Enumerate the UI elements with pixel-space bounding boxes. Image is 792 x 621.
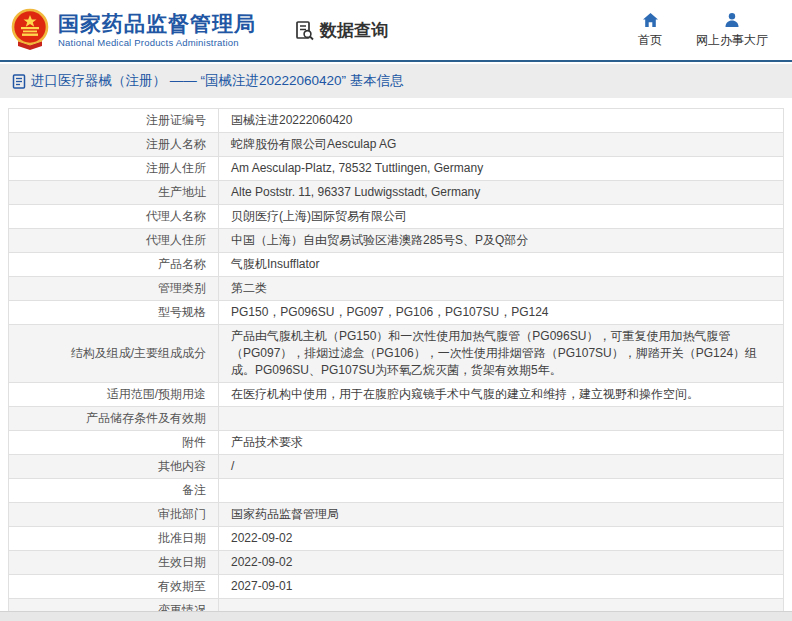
page-footer xyxy=(0,611,792,621)
row-value: 在医疗机构中使用，用于在腹腔内窥镜手术中气腹的建立和维持，建立视野和操作空间。 xyxy=(219,383,784,407)
row-value: Alte Poststr. 11, 96337 Ludwigsstadt, Ge… xyxy=(219,181,784,205)
table-row: 批准日期2022-09-02 xyxy=(9,527,784,551)
table-row: 生效日期2022-09-02 xyxy=(9,551,784,575)
row-label: 生效日期 xyxy=(9,551,219,575)
row-label: 型号规格 xyxy=(9,301,219,325)
row-label: 产品储存条件及有效期 xyxy=(9,407,219,431)
nav-service-hall-label: 网上办事大厅 xyxy=(696,32,768,49)
row-value: 2022-09-02 xyxy=(219,527,784,551)
row-value: Am Aesculap-Platz, 78532 Tuttlingen, Ger… xyxy=(219,157,784,181)
site-title: 国家药品监督管理局 xyxy=(58,12,256,36)
row-label: 其他内容 xyxy=(9,455,219,479)
row-value xyxy=(219,479,784,503)
row-value xyxy=(219,407,784,431)
table-row: 型号规格PG150，PG096SU，PG097，PG106，PG107SU，PG… xyxy=(9,301,784,325)
table-row: 代理人住所中国（上海）自由贸易试验区港澳路285号S、P及Q部分 xyxy=(9,229,784,253)
row-label: 有效期至 xyxy=(9,575,219,599)
table-row: 有效期至2027-09-01 xyxy=(9,575,784,599)
table-row: 管理类别第二类 xyxy=(9,277,784,301)
row-value: / xyxy=(219,455,784,479)
data-query-label: 数据查询 xyxy=(320,19,388,42)
row-label: 审批部门 xyxy=(9,503,219,527)
breadcrumb-text: 进口医疗器械（注册） —— “国械注进20222060420” 基本信息 xyxy=(31,72,404,90)
table-row: 注册人住所Am Aesculap-Platz, 78532 Tuttlingen… xyxy=(9,157,784,181)
table-row: 备注 xyxy=(9,479,784,503)
row-value: 第二类 xyxy=(219,277,784,301)
row-label: 备注 xyxy=(9,479,219,503)
row-value: 产品由气腹机主机（PG150）和一次性使用加热气腹管（PG096SU），可重复使… xyxy=(219,325,784,383)
row-label: 适用范围/预期用途 xyxy=(9,383,219,407)
row-label: 产品名称 xyxy=(9,253,219,277)
header-nav: 首页 网上办事大厅 xyxy=(638,12,782,49)
row-value: 贝朗医疗(上海)国际贸易有限公司 xyxy=(219,205,784,229)
nav-home[interactable]: 首页 xyxy=(638,12,662,49)
row-label: 代理人名称 xyxy=(9,205,219,229)
national-emblem-icon xyxy=(10,8,50,52)
breadcrumb: 进口医疗器械（注册） —— “国械注进20222060420” 基本信息 xyxy=(0,64,792,98)
row-label: 注册证编号 xyxy=(9,109,219,133)
home-icon xyxy=(642,12,659,28)
nmpa-logo[interactable]: 国家药品监督管理局 National Medical Products Admi… xyxy=(10,8,256,52)
row-value: 气腹机Insufflator xyxy=(219,253,784,277)
document-icon xyxy=(12,74,26,89)
table-row: 生产地址Alte Poststr. 11, 96337 Ludwigsstadt… xyxy=(9,181,784,205)
info-table-body: 注册证编号国械注进20222060420注册人名称蛇牌股份有限公司Aescula… xyxy=(9,109,784,621)
table-row: 代理人名称贝朗医疗(上海)国际贸易有限公司 xyxy=(9,205,784,229)
table-row: 注册证编号国械注进20222060420 xyxy=(9,109,784,133)
row-value: 蛇牌股份有限公司Aesculap AG xyxy=(219,133,784,157)
row-value: 产品技术要求 xyxy=(219,431,784,455)
row-value: PG150，PG096SU，PG097，PG106，PG107SU，PG124 xyxy=(219,301,784,325)
row-label: 结构及组成/主要组成成分 xyxy=(9,325,219,383)
row-value: 2022-09-02 xyxy=(219,551,784,575)
row-label: 注册人名称 xyxy=(9,133,219,157)
row-label: 代理人住所 xyxy=(9,229,219,253)
row-value: 国家药品监督管理局 xyxy=(219,503,784,527)
table-row: 审批部门国家药品监督管理局 xyxy=(9,503,784,527)
row-value: 国械注进20222060420 xyxy=(219,109,784,133)
row-label: 附件 xyxy=(9,431,219,455)
table-row: 其他内容/ xyxy=(9,455,784,479)
doc-search-icon xyxy=(294,20,315,41)
registration-info-table: 注册证编号国械注进20222060420注册人名称蛇牌股份有限公司Aescula… xyxy=(8,108,784,621)
table-row: 适用范围/预期用途在医疗机构中使用，用于在腹腔内窥镜手术中气腹的建立和维持，建立… xyxy=(9,383,784,407)
row-label: 管理类别 xyxy=(9,277,219,301)
data-query-tab[interactable]: 数据查询 xyxy=(294,19,388,42)
nav-service-hall[interactable]: 网上办事大厅 xyxy=(696,12,768,49)
nav-home-label: 首页 xyxy=(638,32,662,49)
main-content: 注册证编号国械注进20222060420注册人名称蛇牌股份有限公司Aescula… xyxy=(0,98,792,621)
row-label: 批准日期 xyxy=(9,527,219,551)
person-icon xyxy=(724,12,740,28)
row-label: 生产地址 xyxy=(9,181,219,205)
row-value: 2027-09-01 xyxy=(219,575,784,599)
table-row: 注册人名称蛇牌股份有限公司Aesculap AG xyxy=(9,133,784,157)
row-label: 注册人住所 xyxy=(9,157,219,181)
row-value: 中国（上海）自由贸易试验区港澳路285号S、P及Q部分 xyxy=(219,229,784,253)
table-row: 产品名称气腹机Insufflator xyxy=(9,253,784,277)
site-subtitle: National Medical Products Administration xyxy=(58,37,256,48)
table-row: 产品储存条件及有效期 xyxy=(9,407,784,431)
site-header: 国家药品监督管理局 National Medical Products Admi… xyxy=(0,0,792,62)
table-row: 结构及组成/主要组成成分产品由气腹机主机（PG150）和一次性使用加热气腹管（P… xyxy=(9,325,784,383)
table-row: 附件产品技术要求 xyxy=(9,431,784,455)
